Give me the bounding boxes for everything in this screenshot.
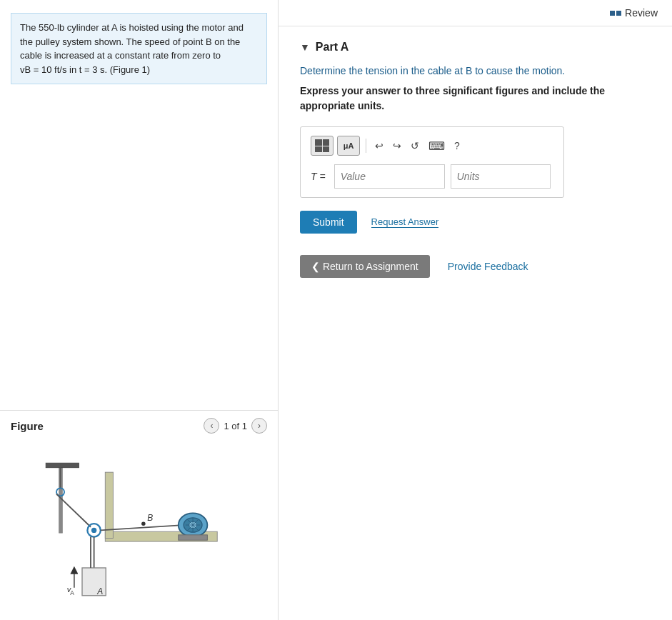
part-label: Part A	[316, 41, 349, 54]
submit-button[interactable]: Submit	[300, 211, 357, 234]
review-label: Review	[625, 7, 658, 19]
help-button[interactable]: ?	[451, 140, 463, 151]
toolbar-separator	[366, 139, 366, 153]
keyboard-button[interactable]: ⌨	[426, 139, 448, 153]
t-label: T =	[311, 171, 326, 182]
figure-title: Figure	[11, 420, 44, 432]
answer-container: μA ↩ ↪ ↺ ⌨ ? T =	[300, 126, 564, 198]
svg-rect-19	[179, 535, 208, 540]
part-section: ▼ Part A Determine the tension in the ca…	[279, 26, 672, 292]
figure-prev-button[interactable]: ‹	[204, 418, 219, 434]
redo-button[interactable]: ↪	[390, 140, 404, 151]
figure-page: 1 of 1	[224, 421, 247, 431]
units-input[interactable]	[451, 164, 551, 189]
figure-nav: ‹ 1 of 1 ›	[204, 418, 267, 434]
review-icon	[610, 11, 621, 16]
refresh-button[interactable]: ↺	[408, 140, 422, 151]
svg-point-8	[91, 528, 96, 533]
submit-row: Submit Request Answer	[300, 211, 651, 234]
mu-button[interactable]: μA	[337, 136, 360, 156]
svg-rect-3	[46, 463, 79, 467]
part-instruction: Express your answer to three significant…	[300, 84, 651, 114]
feedback-link[interactable]: Provide Feedback	[448, 261, 528, 272]
svg-point-10	[141, 521, 146, 526]
toolbar: μA ↩ ↪ ↺ ⌨ ?	[311, 136, 553, 156]
svg-text:B: B	[147, 513, 153, 523]
problem-line2: the pulley system shown. The speed of po…	[20, 36, 240, 47]
svg-text:A: A	[70, 589, 74, 596]
top-bar: Review	[279, 0, 672, 26]
undo-button[interactable]: ↩	[372, 140, 386, 151]
answer-row: T =	[311, 164, 553, 189]
value-input[interactable]	[334, 164, 445, 189]
problem-line4: vB = 10 ft/s in t = 3 s. (Figure 1)	[20, 64, 150, 75]
figure-section: Figure ‹ 1 of 1 ›	[0, 410, 278, 620]
part-question: Determine the tension in the cable at B …	[300, 65, 651, 76]
review-button[interactable]: Review	[610, 7, 658, 19]
problem-text: The 550-lb cylinder at A is hoisted usin…	[11, 13, 267, 84]
request-answer-link[interactable]: Request Answer	[371, 216, 439, 228]
problem-line3: cable is increased at a constant rate fr…	[20, 50, 221, 61]
part-collapse-icon[interactable]: ▼	[300, 41, 310, 53]
figure-next-button[interactable]: ›	[251, 418, 267, 434]
figure-header: Figure ‹ 1 of 1 ›	[11, 418, 267, 434]
part-header: ▼ Part A	[300, 41, 651, 54]
figure-image: B v A A	[11, 439, 239, 611]
return-button[interactable]: ❮ Return to Assignment	[300, 255, 430, 278]
action-row: ❮ Return to Assignment Provide Feedback	[300, 255, 651, 278]
grid-button[interactable]	[311, 136, 334, 156]
svg-text:A: A	[96, 586, 103, 596]
svg-rect-1	[105, 472, 113, 538]
problem-line1: The 550-lb cylinder at A is hoisted usin…	[20, 22, 244, 33]
